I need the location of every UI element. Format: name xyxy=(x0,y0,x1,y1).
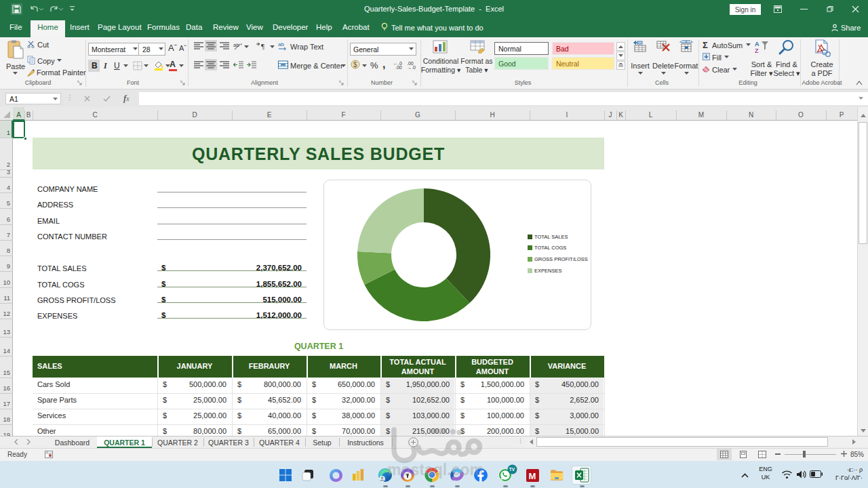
svg-text:→.0: →.0 xyxy=(407,65,416,69)
svg-text:M: M xyxy=(529,471,536,481)
svg-text:ab: ab xyxy=(233,42,239,48)
svg-text:A: A xyxy=(755,41,760,47)
svg-text:ab: ab xyxy=(278,41,284,47)
svg-text:.00: .00 xyxy=(395,65,402,69)
svg-text:Z: Z xyxy=(755,47,759,54)
svg-text:TV: TV xyxy=(509,467,515,472)
svg-text:¶: ¶ xyxy=(261,42,264,50)
svg-text:$: $ xyxy=(353,61,357,68)
